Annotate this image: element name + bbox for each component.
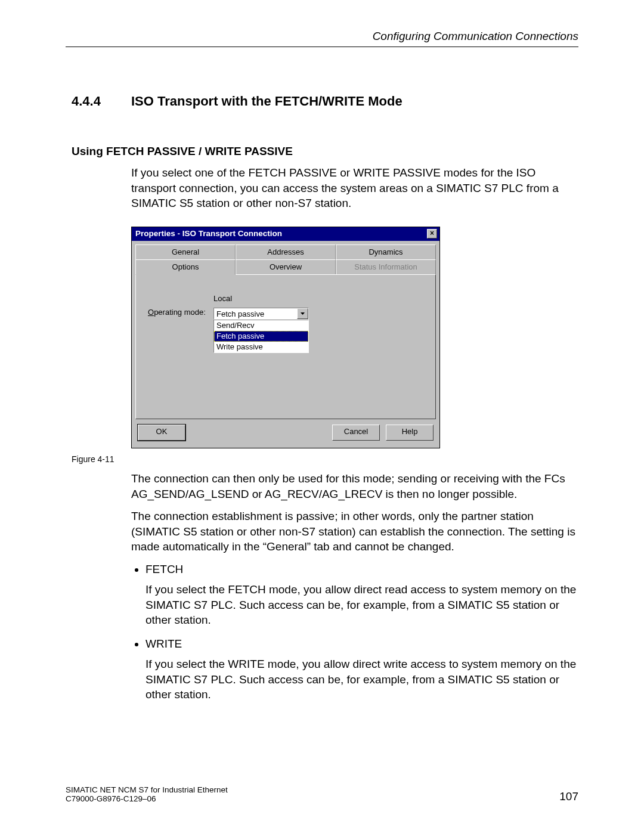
- page-footer: SIMATIC NET NCM S7 for Industrial Ethern…: [66, 785, 578, 803]
- operating-mode-combo[interactable]: Fetch passive: [213, 308, 309, 320]
- tab-overview[interactable]: Overview: [236, 259, 336, 275]
- bullet-fetch: FETCH If you select the FETCH mode, you …: [145, 563, 578, 628]
- option-write-passive[interactable]: Write passive: [214, 342, 308, 352]
- dialog-button-bar: OK Cancel Help: [132, 425, 439, 448]
- bullet-write: WRITE If you select the WRITE mode, you …: [145, 637, 578, 702]
- running-head: Configuring Communication Connections: [66, 30, 578, 43]
- header-rule: [66, 47, 578, 47]
- operating-mode-listbox[interactable]: Send/Recv Fetch passive Write passive: [213, 320, 309, 353]
- operating-mode-label: Operating mode:: [148, 308, 213, 317]
- section-heading: 4.4.4 ISO Transport with the FETCH/WRITE…: [72, 94, 578, 109]
- close-button[interactable]: ×: [427, 229, 437, 239]
- properties-dialog: Properties - ISO Transport Connection × …: [131, 227, 440, 448]
- chevron-down-icon: [301, 312, 305, 315]
- operating-mode-mnemonic: O: [148, 308, 154, 317]
- operating-mode-value: Fetch passive: [214, 308, 297, 319]
- footer-line1: SIMATIC NET NCM S7 for Industrial Ethern…: [66, 785, 228, 794]
- tab-status-information: Status Information: [336, 259, 436, 275]
- option-fetch-passive[interactable]: Fetch passive: [214, 331, 308, 342]
- close-icon: ×: [430, 229, 434, 237]
- bullet-fetch-desc: If you select the FETCH mode, you allow …: [145, 582, 578, 628]
- bullet-list: FETCH If you select the FETCH mode, you …: [131, 563, 578, 702]
- page: Configuring Communication Connections 4.…: [0, 0, 644, 833]
- tab-addresses[interactable]: Addresses: [236, 244, 336, 259]
- svg-marker-0: [301, 312, 305, 315]
- combo-dropdown-button[interactable]: [297, 308, 308, 319]
- tab-body-options: Local Operating mode: Fetch passive Send…: [135, 274, 436, 419]
- bullet-write-label: WRITE: [145, 637, 182, 650]
- footer-line2: C79000-G8976-C129–06: [66, 794, 228, 803]
- figure-caption: Figure 4-11: [72, 454, 578, 464]
- dialog-titlebar: Properties - ISO Transport Connection ×: [132, 227, 439, 241]
- tab-general[interactable]: General: [135, 244, 236, 259]
- operating-mode-label-text: perating mode:: [154, 308, 206, 317]
- section-title: ISO Transport with the FETCH/WRITE Mode: [131, 94, 402, 109]
- help-button[interactable]: Help: [386, 425, 434, 441]
- ok-button[interactable]: OK: [138, 425, 185, 441]
- dialog-title: Properties - ISO Transport Connection: [135, 229, 282, 238]
- page-number: 107: [559, 790, 578, 803]
- paragraph-after-2: The connection establishment is passive;…: [131, 509, 578, 555]
- bullet-write-desc: If you select the WRITE mode, you allow …: [145, 657, 578, 702]
- tab-strip: General Addresses Dynamics Options Overv…: [132, 241, 439, 275]
- option-send-recv[interactable]: Send/Recv: [214, 320, 308, 331]
- tab-dynamics[interactable]: Dynamics: [336, 244, 436, 259]
- bullet-fetch-label: FETCH: [145, 563, 183, 575]
- column-header-local: Local: [213, 294, 423, 303]
- tab-options[interactable]: Options: [135, 259, 236, 275]
- section-number: 4.4.4: [72, 94, 131, 109]
- subsection-title: Using FETCH PASSIVE / WRITE PASSIVE: [72, 145, 578, 158]
- intro-paragraph: If you select one of the FETCH PASSIVE o…: [131, 165, 578, 211]
- paragraph-after-1: The connection can then only be used for…: [131, 471, 578, 501]
- cancel-button[interactable]: Cancel: [332, 425, 380, 441]
